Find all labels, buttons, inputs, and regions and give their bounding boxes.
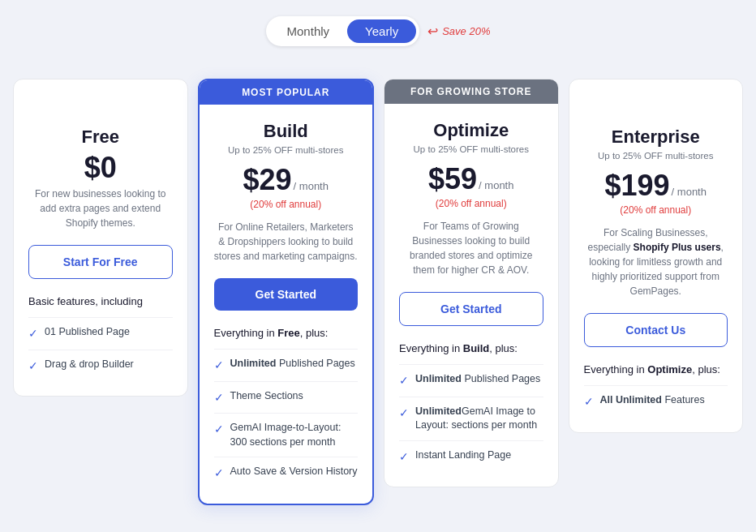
- plan-name-enterprise: Enterprise: [584, 127, 728, 148]
- plan-card-build: MOST POPULARBuildUp to 25% OFF multi-sto…: [198, 79, 375, 505]
- check-icon: ✓: [399, 373, 409, 389]
- check-icon: ✓: [214, 422, 224, 438]
- plan-price-free: $0: [84, 151, 117, 185]
- plan-period-enterprise: / month: [672, 186, 707, 198]
- feature-item: ✓01 Published Page: [28, 317, 173, 350]
- check-icon: ✓: [584, 394, 594, 410]
- cta-button-enterprise[interactable]: Contact Us: [584, 313, 728, 347]
- plan-annual-enterprise: (20% off annual): [584, 204, 728, 216]
- check-icon: ✓: [214, 390, 224, 406]
- toggle-pill[interactable]: Monthly Yearly: [266, 16, 420, 46]
- features-label-optimize: Everything in Build, plus:: [399, 342, 543, 354]
- plan-card-enterprise: EnterpriseUp to 25% OFF multi-stores$199…: [569, 79, 744, 433]
- plan-price-row-optimize: $59/ month: [399, 162, 543, 196]
- check-icon: ✓: [214, 466, 224, 482]
- plan-desc-build: For Online Retailers, Marketers & Dropsh…: [214, 220, 359, 264]
- plan-name-build: Build: [214, 121, 359, 142]
- pricing-cards: Free$0For new businesses looking to add …: [13, 79, 743, 505]
- plan-subtitle-build: Up to 25% OFF multi-stores: [214, 145, 359, 155]
- feature-text: 01 Published Page: [45, 325, 130, 340]
- feature-text: Theme Sections: [230, 389, 303, 404]
- feature-item: ✓Unlimited Published Pages: [399, 364, 543, 397]
- save-badge: Save 20%: [427, 25, 490, 37]
- monthly-toggle[interactable]: Monthly: [269, 19, 348, 43]
- feature-item: ✓Theme Sections: [214, 381, 359, 414]
- billing-toggle-container: Monthly Yearly Save 20%: [266, 16, 491, 46]
- plan-badge-optimize: For Growing Store: [384, 79, 558, 104]
- yearly-toggle[interactable]: Yearly: [347, 19, 416, 43]
- plan-price-row-build: $29/ month: [214, 163, 359, 197]
- check-icon: ✓: [399, 405, 409, 422]
- plan-price-row-enterprise: $199/ month: [584, 169, 728, 203]
- feature-text: All Unlimited Features: [600, 393, 705, 408]
- plan-body-build: BuildUp to 25% OFF multi-stores$29/ mont…: [200, 105, 373, 504]
- feature-text: Auto Save & Version History: [230, 465, 358, 479]
- feature-text: Drag & drop Builder: [45, 358, 134, 372]
- plan-annual-build: (20% off annual): [214, 199, 359, 210]
- plan-subtitle-enterprise: Up to 25% OFF multi-stores: [584, 151, 728, 161]
- feature-item: ✓Instant Landing Page: [399, 440, 543, 473]
- feature-item: ✓Unlimited Published Pages: [214, 349, 359, 381]
- plan-price-build: $29: [243, 163, 292, 197]
- cta-button-free[interactable]: Start For Free: [28, 245, 173, 279]
- plan-desc-enterprise: For Scaling Businesses, especially Shopi…: [584, 225, 728, 298]
- plan-desc-free: For new businesses looking to add extra …: [28, 187, 173, 230]
- plan-name-optimize: Optimize: [399, 120, 543, 141]
- plan-badge-enterprise: [569, 79, 743, 110]
- plan-badge-build: MOST POPULAR: [200, 80, 373, 105]
- plan-price-enterprise: $199: [605, 169, 670, 203]
- cta-button-optimize[interactable]: Get Started: [399, 292, 543, 326]
- plan-annual-optimize: (20% off annual): [399, 198, 543, 209]
- plan-body-enterprise: EnterpriseUp to 25% OFF multi-stores$199…: [569, 110, 743, 432]
- feature-item: ✓UnlimitedGemAI Image to Layout: section…: [399, 397, 543, 440]
- plan-card-optimize: For Growing StoreOptimizeUp to 25% OFF m…: [384, 79, 559, 487]
- feature-text: Instant Landing Page: [415, 448, 511, 463]
- plan-name-free: Free: [28, 127, 173, 148]
- feature-item: ✓Drag & drop Builder: [28, 350, 173, 382]
- features-label-enterprise: Everything in Optimize, plus:: [584, 363, 728, 375]
- plan-badge-free: [14, 79, 187, 110]
- check-icon: ✓: [214, 358, 224, 374]
- feature-item: ✓Auto Save & Version History: [214, 457, 359, 489]
- plan-period-build: / month: [294, 180, 329, 192]
- plan-card-free: Free$0For new businesses looking to add …: [13, 79, 188, 397]
- check-icon: ✓: [28, 358, 38, 375]
- plan-body-optimize: OptimizeUp to 25% OFF multi-stores$59/ m…: [384, 104, 558, 487]
- cta-button-build[interactable]: Get Started: [214, 278, 359, 311]
- feature-item: ✓All Unlimited Features: [584, 385, 728, 418]
- features-label-build: Everything in Free, plus:: [214, 327, 359, 339]
- check-icon: ✓: [28, 326, 38, 342]
- check-icon: ✓: [399, 449, 409, 466]
- plan-period-optimize: / month: [479, 179, 513, 191]
- feature-text: Unlimited Published Pages: [415, 372, 540, 387]
- plan-body-free: Free$0For new businesses looking to add …: [14, 110, 187, 396]
- plan-price-optimize: $59: [428, 162, 477, 196]
- feature-text: GemAI Image-to-Layout: 300 sections per …: [230, 421, 359, 449]
- feature-text: Unlimited Published Pages: [230, 357, 355, 371]
- plan-price-row-free: $0: [28, 151, 173, 185]
- feature-item: ✓GemAI Image-to-Layout: 300 sections per…: [214, 413, 359, 457]
- plan-desc-optimize: For Teams of Growing Businesses looking …: [399, 219, 543, 277]
- plan-subtitle-optimize: Up to 25% OFF multi-stores: [399, 144, 543, 154]
- features-label-free: Basic features, including: [28, 295, 173, 307]
- feature-text: UnlimitedGemAI Image to Layout: sections…: [415, 405, 543, 433]
